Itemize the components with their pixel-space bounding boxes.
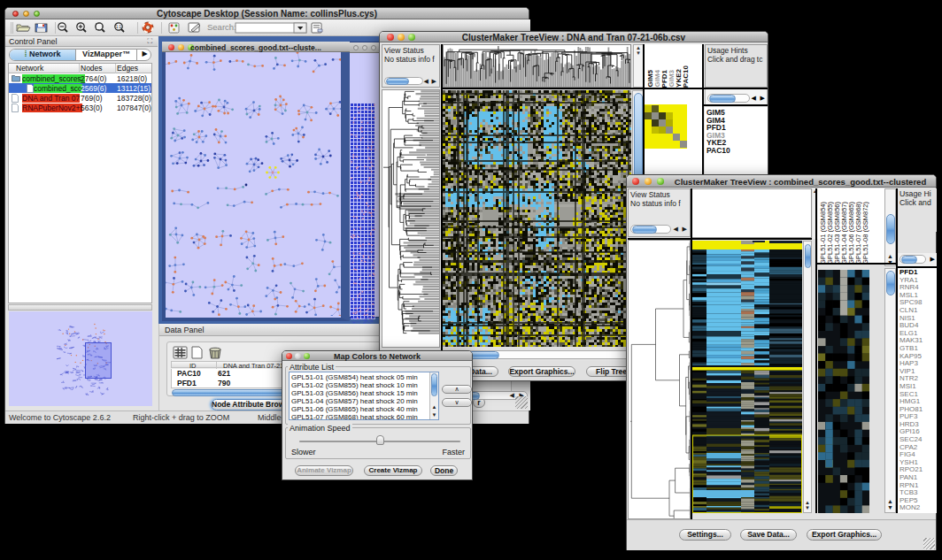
svg-text:Search:: Search:: [207, 22, 236, 32]
svg-text:1:1: 1:1: [116, 25, 122, 29]
